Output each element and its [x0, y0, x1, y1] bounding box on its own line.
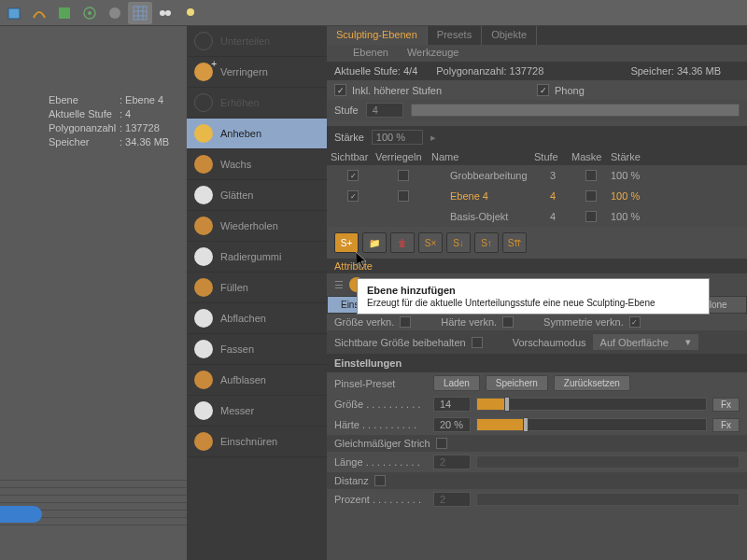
layer-row-grobbearbeitung[interactable]: ✓ Grobbearbeitung 3 100 % — [327, 165, 747, 186]
grosse-fx-button[interactable]: Fx — [712, 398, 740, 412]
stufe-progress[interactable] — [411, 104, 740, 117]
tool-einschnuren[interactable]: Einschnüren — [187, 427, 327, 457]
status-poly: Polygonanzahl: 137728 — [436, 65, 543, 77]
harte-input[interactable]: 20 % — [433, 417, 471, 432]
tab-sculpting-ebenen[interactable]: Sculpting-Ebenen — [327, 26, 428, 45]
grosse-verkn-checkbox[interactable] — [400, 316, 411, 328]
tooltip-title: Ebene hinzufügen — [367, 285, 699, 296]
top-toolbar — [0, 0, 747, 26]
layer-row-ebene4[interactable]: ✓ Ebene 4 4 100 % — [327, 186, 747, 206]
light-tool-icon[interactable] — [178, 2, 203, 24]
tool-wachs[interactable]: Wachs — [187, 149, 327, 180]
status-speicher: Speicher: 34.36 MB — [630, 65, 721, 77]
tab-presets[interactable]: Presets — [428, 26, 482, 45]
panel-tabs: Sculpting-Ebenen Presets Objekte — [327, 26, 747, 45]
harte-fx-button[interactable]: Fx — [712, 418, 740, 432]
gleich-checkbox[interactable] — [436, 438, 447, 449]
layer-vis-checkbox[interactable]: ✓ — [347, 170, 359, 181]
tooltip: Ebene hinzufügen Erzeugt für die aktuell… — [357, 278, 710, 315]
speichern-button[interactable]: Speichern — [486, 375, 548, 391]
layer-lock-checkbox[interactable] — [398, 190, 409, 202]
cube-tool-icon[interactable] — [2, 2, 26, 24]
laden-button[interactable]: Laden — [433, 375, 480, 391]
layer-btn7[interactable]: S⇈ — [502, 232, 527, 253]
svg-point-10 — [160, 10, 165, 16]
viewport-info: Ebene: Ebene 4 Aktuelle Stufe: 4 Polygon… — [49, 93, 169, 149]
lange-input[interactable]: 2 — [433, 455, 471, 469]
sculpt-tool-list: Unterteilen Verringern Erhöhen Anheben W… — [187, 26, 327, 560]
tool-verringern[interactable]: Verringern — [187, 57, 327, 88]
green-tool-icon[interactable] — [52, 2, 77, 24]
layer-mask-checkbox[interactable] — [585, 190, 597, 202]
tool-erhohen[interactable]: Erhöhen — [187, 88, 327, 119]
layer-button-row: S+ 📁 🗑 S× S↓ S↑ S⇈ — [327, 227, 747, 259]
repeat-icon — [194, 217, 213, 235]
viewport[interactable]: Ebene: Ebene 4 Aktuelle Stufe: 4 Polygon… — [0, 26, 187, 560]
smooth-icon — [194, 186, 213, 204]
distanz-checkbox[interactable] — [374, 475, 386, 486]
layer-row-basis[interactable]: Basis-Objekt 4 100 % — [327, 206, 747, 227]
folder-button[interactable]: 📁 — [362, 232, 387, 253]
tool-fullen[interactable]: Füllen — [187, 273, 327, 303]
eyes-tool-icon[interactable] — [153, 2, 177, 24]
stufe-label: Stufe — [334, 105, 359, 116]
layer-mask-checkbox[interactable] — [585, 211, 597, 222]
status-row: Aktuelle Stufe: 4/4 Polygonanzahl: 13772… — [327, 62, 747, 80]
harte-slider[interactable] — [476, 418, 707, 431]
stufe-input[interactable]: 4 — [366, 103, 403, 118]
eraser-icon — [194, 247, 213, 266]
prozent-slider — [476, 493, 740, 506]
grid-tool-icon[interactable] — [128, 2, 152, 24]
harte-verkn-checkbox[interactable] — [502, 316, 514, 328]
tool-glatten[interactable]: Glätten — [187, 180, 327, 211]
layer-btn4[interactable]: S× — [418, 232, 443, 253]
subtab-ebenen[interactable]: Ebenen — [344, 45, 398, 62]
sym-verkn-checkbox[interactable]: ✓ — [629, 316, 641, 328]
sphere-tool-icon[interactable] — [103, 2, 127, 24]
flatten-icon — [194, 309, 213, 328]
svg-rect-1 — [59, 7, 70, 19]
tool-abflachen[interactable]: Abflachen — [187, 303, 327, 334]
sichtbare-checkbox[interactable] — [472, 337, 483, 348]
layer-btn6[interactable]: S↑ — [474, 232, 499, 253]
svg-point-11 — [165, 10, 171, 16]
grosse-input[interactable]: 14 — [433, 397, 471, 412]
subtab-werkzeuge[interactable]: Werkzeuge — [398, 45, 468, 62]
inkl-label: Inkl. höherer Stufen — [352, 85, 442, 96]
phong-checkbox[interactable]: ✓ — [537, 84, 549, 96]
vorschau-combo[interactable]: Auf Oberfläche▾ — [592, 333, 699, 351]
tab-objekte[interactable]: Objekte — [482, 26, 537, 45]
tool-radiergummi[interactable]: Radiergummi — [187, 242, 327, 273]
prozent-input[interactable]: 2 — [433, 492, 471, 507]
inflate-icon — [194, 371, 213, 389]
reset-button[interactable]: Zurücksetzen — [554, 375, 630, 391]
grosse-slider[interactable] — [476, 398, 707, 411]
tool-unterteilen[interactable]: Unterteilen — [187, 26, 327, 57]
tool-fassen[interactable]: Fassen — [187, 334, 327, 365]
pinch-icon — [194, 432, 213, 451]
layer-btn5[interactable]: S↓ — [446, 232, 471, 253]
svg-point-4 — [109, 7, 120, 19]
einstellungen-section: Einstellungen — [327, 354, 747, 372]
add-layer-button[interactable]: S+ — [334, 232, 359, 253]
layer-mask-checkbox[interactable] — [585, 170, 597, 181]
path-tool-icon[interactable] — [27, 2, 51, 24]
subdivide-minus-icon — [194, 63, 213, 81]
tool-anheben[interactable]: Anheben — [187, 119, 327, 149]
layer-vis-checkbox[interactable]: ✓ — [347, 190, 359, 202]
knife-icon — [194, 401, 213, 420]
viewport-mesh[interactable] — [0, 506, 42, 523]
tool-wiederholen[interactable]: Wiederholen — [187, 211, 327, 242]
wax-icon — [194, 155, 213, 174]
starke-input[interactable]: 100 % — [372, 130, 423, 145]
tool-messer[interactable]: Messer — [187, 396, 327, 427]
delete-button[interactable]: 🗑 — [390, 232, 415, 253]
tool-aufblasen[interactable]: Aufblasen — [187, 365, 327, 396]
atom-tool-icon[interactable] — [78, 2, 102, 24]
status-stufe: Aktuelle Stufe: 4/4 — [334, 65, 417, 77]
pull-icon — [194, 124, 213, 143]
inkl-checkbox[interactable]: ✓ — [334, 84, 346, 96]
phong-label: Phong — [555, 85, 585, 96]
layer-lock-checkbox[interactable] — [398, 170, 409, 181]
fill-icon — [194, 278, 213, 297]
